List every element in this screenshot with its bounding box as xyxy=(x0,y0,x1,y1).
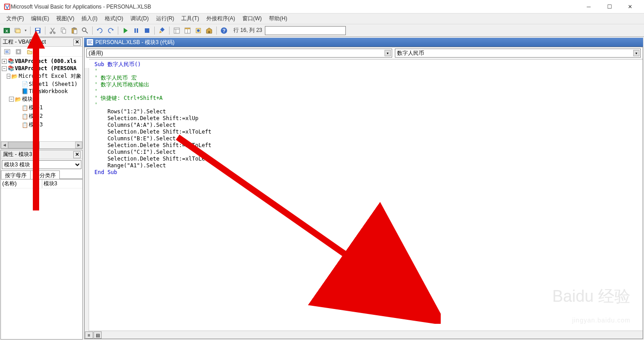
copy-icon[interactable] xyxy=(58,26,68,36)
svg-rect-15 xyxy=(74,30,77,34)
svg-point-29 xyxy=(197,29,200,32)
sheet1-node[interactable]: 📄Sheet1 (Sheet1) xyxy=(2,81,81,88)
redo-icon[interactable] xyxy=(106,26,116,36)
break-icon[interactable] xyxy=(131,26,141,36)
cut-icon[interactable] xyxy=(48,26,58,36)
menu-run[interactable]: 运行(R) xyxy=(152,14,178,23)
vba-project-icon: 📚 xyxy=(8,58,14,64)
workbook-icon: 📘 xyxy=(22,88,28,94)
prop-object-select[interactable]: 模块3 模块 xyxy=(2,160,81,169)
close-panel-button[interactable]: ✕ xyxy=(73,151,80,158)
menu-help[interactable]: 帮助(H) xyxy=(265,14,291,23)
title-bar: Microsoft Visual Basic for Applications … xyxy=(0,0,644,13)
menu-view[interactable]: 视图(V) xyxy=(53,14,78,23)
module-icon: 📋 xyxy=(22,122,28,128)
toggle-folders-icon[interactable] xyxy=(25,47,35,57)
module-icon: 📋 xyxy=(22,113,28,120)
module-icon xyxy=(87,39,93,45)
svg-point-16 xyxy=(82,28,86,31)
procedure-view-button[interactable]: ≡ xyxy=(85,331,93,339)
menu-tools[interactable]: 工具(T) xyxy=(178,14,202,23)
code-window: PERSONAL.XLSB - 模块3 (代码) (通用)▼ 数字人民币▼ Su… xyxy=(84,38,643,339)
svg-rect-30 xyxy=(208,31,210,33)
svg-rect-38 xyxy=(17,50,20,53)
menu-insert[interactable]: 插入(I) xyxy=(78,14,101,23)
prop-panel-title: 属性 - 模块3 xyxy=(3,151,73,158)
code-margin xyxy=(85,68,89,331)
svg-text:X: X xyxy=(5,29,8,33)
project-explorer-icon[interactable] xyxy=(172,26,182,36)
find-icon[interactable] xyxy=(80,26,90,36)
save-icon[interactable] xyxy=(33,26,43,36)
svg-rect-19 xyxy=(137,28,138,33)
object-dropdown[interactable]: (通用)▼ xyxy=(86,49,392,58)
project-node-1[interactable]: +📚VBAProject (000.xls xyxy=(2,58,81,65)
prop-row[interactable]: (名称) 模块3 xyxy=(1,179,82,188)
properties-window-icon[interactable] xyxy=(183,26,192,36)
menu-debug[interactable]: 调试(D) xyxy=(127,14,152,23)
module3-node[interactable]: 📋模块3 xyxy=(2,121,81,129)
prop-grid[interactable]: (名称) 模块3 xyxy=(1,179,82,339)
code-window-titlebar[interactable]: PERSONAL.XLSB - 模块3 (代码) xyxy=(84,38,643,47)
full-module-view-button[interactable]: ▤ xyxy=(94,331,102,339)
vba-project-icon: 📚 xyxy=(8,65,14,72)
toolbar: X ▼ ? 行 16, 列 23 xyxy=(0,24,644,37)
cursor-position: 行 16, 列 23 xyxy=(233,27,262,34)
scroll-left-icon[interactable]: ◀ xyxy=(1,142,8,148)
dropdown-arrow-icon: ▼ xyxy=(385,50,391,56)
svg-rect-5 xyxy=(16,29,20,33)
module2-node[interactable]: 📋模块2 xyxy=(2,112,81,121)
svg-rect-21 xyxy=(160,27,165,31)
module1-node[interactable]: 📋模块1 xyxy=(2,103,81,112)
worksheet-icon: 📄 xyxy=(22,81,28,87)
excel-objects-folder[interactable]: −📂Microsoft Excel 对象 xyxy=(2,72,81,81)
thisworkbook-node[interactable]: 📘ThisWorkbook xyxy=(2,88,81,95)
project-node-2[interactable]: −📚VBAProject (PERSONA xyxy=(2,65,81,72)
insert-object-icon[interactable] xyxy=(13,26,22,36)
folder-open-icon: 📂 xyxy=(11,73,18,80)
svg-rect-20 xyxy=(145,28,149,33)
project-explorer-panel: 工程 - VBAProject ✕ +📚VBAProject (000.xls … xyxy=(0,37,83,149)
project-tree[interactable]: +📚VBAProject (000.xls −📚VBAProject (PERS… xyxy=(1,57,82,141)
procedure-dropdown[interactable]: 数字人民币▼ xyxy=(395,49,641,58)
view-excel-icon[interactable]: X xyxy=(2,26,12,36)
reset-icon[interactable] xyxy=(142,26,152,36)
window-title: Microsoft Visual Basic for Applications … xyxy=(11,4,578,10)
properties-panel: 属性 - 模块3 ✕ 模块3 模块 按字母序 按分类序 (名称) 模块3 xyxy=(0,150,83,340)
svg-rect-7 xyxy=(36,28,40,30)
project-hscroll[interactable]: ◀ ▶ xyxy=(1,141,82,148)
toolbar-input[interactable] xyxy=(265,26,346,35)
menu-file[interactable]: 文件(F) xyxy=(3,14,27,23)
project-panel-title: 工程 - VBAProject xyxy=(3,38,73,46)
run-icon[interactable] xyxy=(121,26,130,36)
module-icon: 📋 xyxy=(22,105,28,111)
svg-rect-18 xyxy=(134,28,136,33)
view-object-icon[interactable] xyxy=(13,47,23,57)
menu-addins[interactable]: 外接程序(A) xyxy=(203,14,239,23)
menu-bar: 文件(F) 编辑(E) 视图(V) 插入(I) 格式(O) 调试(D) 运行(R… xyxy=(0,13,644,24)
svg-rect-14 xyxy=(73,27,76,29)
close-button[interactable]: ✕ xyxy=(620,0,640,13)
minimize-button[interactable]: ─ xyxy=(578,0,599,13)
dropdown-arrow-icon: ▼ xyxy=(633,50,640,56)
view-code-icon[interactable] xyxy=(2,47,12,57)
svg-rect-12 xyxy=(63,29,66,33)
modules-folder[interactable]: −📂模块 xyxy=(2,95,81,103)
scroll-right-icon[interactable]: ▶ xyxy=(75,142,82,148)
close-panel-button[interactable]: ✕ xyxy=(73,39,80,46)
maximize-button[interactable]: ☐ xyxy=(599,0,620,13)
menu-format[interactable]: 格式(O) xyxy=(101,14,127,23)
design-mode-icon[interactable] xyxy=(157,26,167,36)
prop-tab-alphabetic[interactable]: 按字母序 xyxy=(1,170,31,179)
menu-edit[interactable]: 编辑(E) xyxy=(27,14,53,23)
help-icon[interactable]: ? xyxy=(219,26,229,36)
menu-window[interactable]: 窗口(W) xyxy=(239,14,265,23)
code-editor[interactable]: Sub 数字人民币() ' ' 数字人民币 宏 ' 数字人民币格式输出 ' ' … xyxy=(89,59,643,331)
undo-icon[interactable] xyxy=(95,26,105,36)
object-browser-icon[interactable] xyxy=(193,26,203,36)
toolbox-icon[interactable] xyxy=(204,26,214,36)
insert-object-dropdown[interactable]: ▼ xyxy=(23,26,28,36)
prop-tab-categorized[interactable]: 按分类序 xyxy=(30,170,60,179)
folder-open-icon: 📂 xyxy=(15,96,21,103)
paste-icon[interactable] xyxy=(69,26,79,36)
